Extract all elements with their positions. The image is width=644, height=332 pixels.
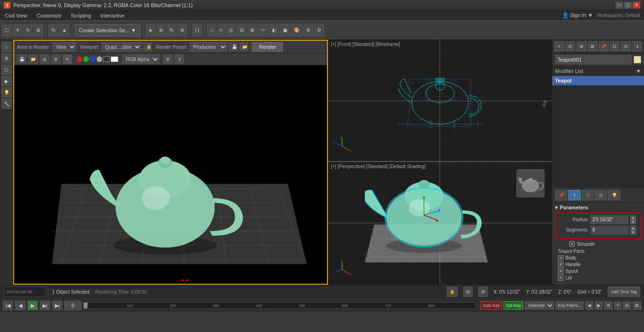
lock-selection-button[interactable]: 🔒 — [447, 287, 458, 297]
object-name-input[interactable] — [555, 55, 632, 64]
viewport-front[interactable]: [+] [Front] [Standard] [Wireframe] — [328, 40, 552, 162]
smooth-checkbox[interactable] — [569, 241, 575, 247]
settings-key-button[interactable]: ⚙ — [604, 301, 613, 310]
vtool-utilities[interactable]: 🔧 — [1, 99, 12, 109]
tool-move[interactable]: ✛ — [13, 24, 22, 36]
extra-key-button2[interactable]: ⊠ — [633, 301, 641, 310]
segments-spinner[interactable]: ▲ ▼ — [630, 226, 636, 234]
menu-civil-view[interactable]: Civil View — [0, 12, 32, 19]
tool-array[interactable]: ⊟ — [237, 24, 247, 36]
panel-collapse-button[interactable]: ⊟ — [621, 41, 631, 52]
mod-tab-hierarchy[interactable]: ⬡ — [582, 190, 594, 200]
channel-block[interactable] — [111, 56, 118, 62]
panel-info-button[interactable]: ℹ — [632, 41, 643, 52]
selection-lock-button2[interactable]: ⊟ — [463, 287, 473, 297]
render-preset-load[interactable]: 📂 — [239, 43, 248, 51]
render-preset-dropdown[interactable]: Production — [189, 42, 227, 52]
key-filters-button[interactable]: Key Filters... — [556, 301, 584, 310]
maximize-button[interactable]: □ — [624, 2, 632, 9]
maxscript-mini[interactable]: MAXScript Mi... — [4, 287, 46, 297]
expand-render-button[interactable]: ⊞ — [163, 54, 173, 64]
prev-key-button[interactable]: ◀ — [585, 301, 593, 310]
mod-tab-display[interactable]: 💡 — [608, 190, 620, 200]
prev-frame-button[interactable]: ◀ — [15, 301, 26, 310]
segments-input[interactable] — [591, 226, 628, 234]
go-to-start-button[interactable]: |◀ — [3, 301, 13, 310]
save-render-button[interactable]: 💾 — [17, 54, 26, 64]
tool-snap[interactable]: ◈ — [146, 24, 155, 36]
panel-add-button[interactable]: + — [554, 41, 565, 52]
object-color-swatch[interactable] — [634, 56, 641, 63]
menu-scripting[interactable]: Scripting — [66, 12, 96, 19]
create-selection-button[interactable]: Create Selection Se... ▼ — [75, 24, 141, 36]
channel-select[interactable]: RGB Alpha — [122, 54, 159, 64]
tool-isolate[interactable]: ◎ — [226, 24, 236, 36]
set-key-button[interactable]: Set Key — [503, 301, 523, 310]
tool-angle-snap[interactable]: ⊕ — [156, 24, 166, 36]
clone-render-button[interactable]: ⊞ — [51, 54, 61, 64]
active-modifier[interactable]: Teapot — [552, 76, 644, 85]
segments-down[interactable]: ▼ — [630, 230, 636, 234]
menu-customize[interactable]: Customize — [32, 12, 66, 19]
next-key-button[interactable]: ▶ — [595, 301, 603, 310]
area-to-render-dropdown[interactable]: View — [53, 42, 76, 52]
viewport-dropdown[interactable]: Quad ...ctive — [101, 42, 141, 52]
play-button[interactable]: ▶ — [27, 301, 38, 310]
tool-percent-snap[interactable]: % — [167, 24, 176, 36]
vtool-hierarchy[interactable]: ⬡ — [1, 64, 12, 75]
minimize-button[interactable]: ─ — [616, 2, 623, 9]
tool-align[interactable]: ⊠ — [247, 24, 257, 36]
sign-in-label[interactable]: 👤 Sign In ▼ — [562, 12, 593, 18]
panel-link-button[interactable]: ⊞ — [576, 41, 587, 52]
timeline-track[interactable]: 0 100 200 300 400 500 600 700 800 — [83, 302, 476, 309]
menu-interactive[interactable]: Interactive — [96, 12, 129, 19]
vtool-create[interactable]: ☆ — [1, 42, 12, 52]
tool-named-sel[interactable]: □ — [207, 24, 216, 36]
radius-input[interactable] — [591, 215, 628, 224]
channel-green[interactable] — [83, 56, 89, 62]
next-frame-button[interactable]: ▶| — [40, 301, 50, 310]
print-render-button[interactable]: 🖨 — [40, 54, 49, 64]
channel-blue[interactable] — [90, 56, 96, 62]
tool-extra1[interactable]: ⚙ — [303, 24, 313, 36]
tool-curve-editor[interactable]: 〜 — [258, 24, 268, 36]
spout-checkbox[interactable] — [558, 269, 564, 274]
panel-settings-button[interactable]: ⊟ — [565, 41, 576, 52]
help-key-button[interactable]: ? — [614, 301, 621, 310]
body-checkbox[interactable] — [558, 255, 564, 261]
channel-mono[interactable] — [97, 56, 102, 62]
viewport-perspective[interactable]: [+] [Perspective] [Standard] [Default Sh… — [328, 162, 552, 284]
panel-unlink-button[interactable]: ⊠ — [588, 41, 598, 52]
tool-render[interactable]: 🎨 — [291, 24, 302, 36]
mod-tab-motion[interactable]: ◎ — [595, 190, 607, 200]
open-render-button[interactable]: 📂 — [28, 54, 38, 64]
tool-schematic[interactable]: { } — [192, 24, 202, 36]
tool-select[interactable]: ⬡ — [2, 24, 12, 36]
snap-override-button[interactable]: ⚙ — [478, 287, 488, 297]
vtool-modify[interactable]: ⚙ — [1, 53, 12, 63]
render-button[interactable]: Render — [252, 42, 283, 52]
channel-red[interactable] — [77, 56, 82, 62]
tool-layers[interactable]: ≡ — [217, 24, 225, 36]
segments-up[interactable]: ▲ — [630, 226, 636, 230]
close-render-button[interactable]: ✕ — [62, 54, 72, 64]
tool-rotate[interactable]: ↻ — [23, 24, 33, 36]
tool-scale[interactable]: ⊞ — [34, 24, 43, 36]
radius-up[interactable]: ▲ — [630, 215, 636, 220]
go-to-end-button[interactable]: ▶| — [52, 301, 62, 310]
selected-dropdown[interactable]: Selected — [525, 301, 554, 310]
vtool-display[interactable]: 💡 — [1, 87, 12, 98]
close-button[interactable]: ✕ — [633, 2, 640, 9]
render-preset-save[interactable]: 💾 — [229, 43, 238, 51]
mod-tab-pin[interactable]: 📌 — [555, 190, 567, 200]
radius-spinner[interactable]: ▲ ▼ — [630, 215, 636, 224]
panel-expand-button[interactable]: ⊡ — [610, 41, 620, 52]
add-time-tag-button[interactable]: Add Time Tag — [608, 287, 640, 297]
lock-viewport-button[interactable]: 🔒 — [143, 43, 152, 51]
tool-spinner-snap[interactable]: ⊗ — [177, 24, 187, 36]
tool-mirror[interactable]: ▲ — [59, 24, 70, 36]
radius-down[interactable]: ▼ — [630, 220, 636, 224]
mod-tab-modify[interactable]: I — [568, 190, 581, 200]
extra-key-button1[interactable]: ⊟ — [623, 301, 631, 310]
tool-material[interactable]: ◐ — [269, 24, 279, 36]
